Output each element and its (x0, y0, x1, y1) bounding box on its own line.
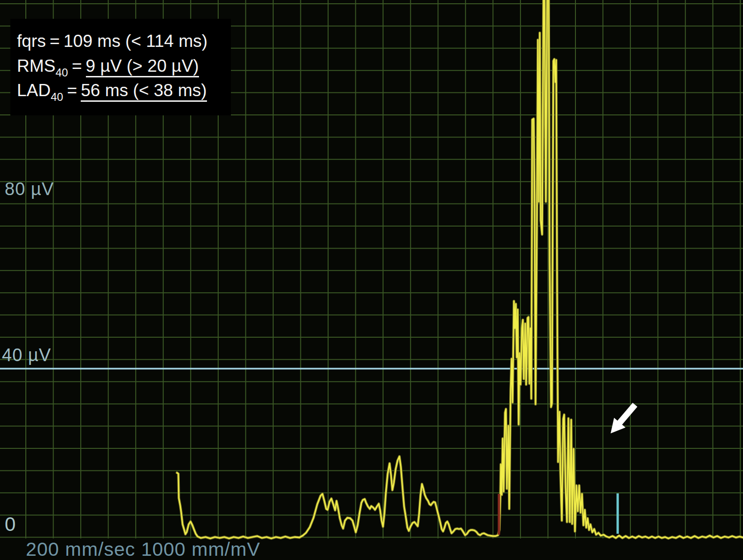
measurement-subscript: 40 (51, 91, 63, 103)
measurement-row-fqrs: fqrs=109 ms (< 114 ms) (17, 29, 224, 54)
late-potentials-arrow-shaft (618, 405, 635, 425)
measurement-value: 56 ms (< 38 ms) (81, 81, 207, 102)
equals-sign: = (63, 81, 81, 100)
late-potential-marker (617, 493, 619, 534)
measurement-value: 109 ms (< 114 ms) (63, 31, 207, 51)
y-axis-label-40uv: 40 µV (2, 345, 51, 365)
measurement-label: LAD (17, 81, 51, 100)
measurement-value: 9 µV (> 20 µV) (86, 56, 199, 77)
qrs-onset-marker (498, 494, 500, 535)
y-axis-label-0: 0 (5, 513, 16, 536)
measurement-subscript: 40 (55, 66, 68, 79)
measurement-box: fqrs=109 ms (< 114 ms) RMS40=9 µV (> 20 … (10, 19, 231, 115)
equals-sign: = (46, 31, 64, 51)
measurement-row-rms40: RMS40=9 µV (> 20 µV) (17, 54, 224, 79)
y-axis-label-80uv: 80 µV (5, 179, 54, 199)
measurement-label: RMS (17, 56, 55, 76)
sweep-gain-scale-label: 200 mm/sec 1000 mm/mV (26, 538, 260, 560)
equals-sign: = (68, 56, 86, 76)
measurement-label: fqrs (17, 31, 46, 51)
saecg-display: fqrs=109 ms (< 114 ms) RMS40=9 µV (> 20 … (0, 0, 743, 560)
measurement-row-lad40: LAD40=56 ms (< 38 ms) (17, 78, 224, 103)
